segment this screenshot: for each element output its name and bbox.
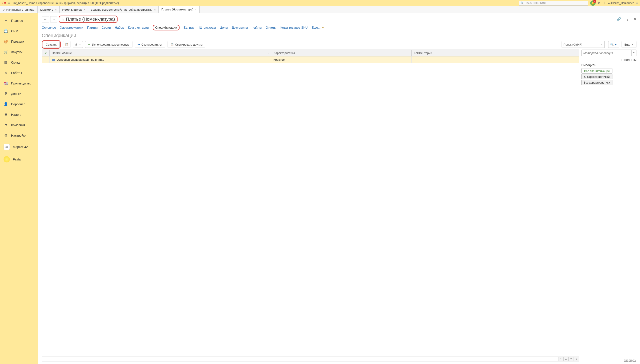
table-row[interactable]: Основная спецификация на платье Красное bbox=[42, 56, 579, 63]
subnav-more[interactable]: Еще... ▼ bbox=[312, 26, 324, 29]
app-title: unf_base2_Demo / Управление нашей фирмой… bbox=[12, 1, 119, 5]
copy-button[interactable]: 📋 bbox=[63, 41, 70, 48]
link-icon[interactable]: 🔗 bbox=[617, 17, 621, 21]
search-go-button[interactable]: 🔍▼ bbox=[608, 41, 619, 48]
sidebar-item-settings[interactable]: ⚙Настройки bbox=[0, 130, 38, 141]
section-title: Спецификации bbox=[42, 33, 636, 38]
tools-icon: ✕ bbox=[4, 71, 8, 75]
sales-icon: 🧺 bbox=[4, 39, 8, 44]
create-button[interactable]: Создать bbox=[43, 41, 60, 48]
close-icon[interactable]: × bbox=[55, 8, 57, 11]
use-as-main-button[interactable]: ✔Использовать как основную bbox=[85, 41, 132, 48]
money-icon: ₽ bbox=[4, 92, 8, 96]
sidebar-item-market42[interactable]: 42Маркет 42 bbox=[0, 141, 38, 153]
more-button[interactable]: Еще▼ bbox=[622, 41, 636, 48]
sidebar-item-taxes[interactable]: ✹Налоги bbox=[0, 109, 38, 120]
cart-icon: 🛒 bbox=[4, 50, 8, 54]
filter-without-char-button[interactable]: Без характеристики bbox=[581, 80, 612, 85]
filters-link[interactable]: + фильтры bbox=[581, 58, 636, 62]
subnav-specs-highlight: Спецификации bbox=[153, 25, 180, 30]
tab-market42[interactable]: Маркет42 × bbox=[38, 6, 60, 13]
filter-with-char-button[interactable]: С характеристикой bbox=[581, 74, 612, 79]
scroll-down-button[interactable]: ▼ bbox=[568, 357, 574, 361]
subnav-prices[interactable]: Цены bbox=[220, 26, 228, 29]
sidebar-item-main[interactable]: ≡Главное bbox=[0, 16, 38, 26]
tab-home[interactable]: ⌂ Начальная страница bbox=[0, 6, 38, 13]
scroll-up-button[interactable]: ▲ bbox=[563, 357, 569, 361]
sidebar-item-purchases[interactable]: 🛒Закупки bbox=[0, 47, 38, 57]
sidebar-item-money[interactable]: ₽Деньги bbox=[0, 88, 38, 99]
subnav-kits[interactable]: Комплектации bbox=[128, 26, 149, 29]
subnav-series[interactable]: Серии bbox=[102, 26, 111, 29]
subnav-reports[interactable]: Отчеты bbox=[266, 26, 276, 29]
subnav-specifications[interactable]: Спецификации bbox=[155, 26, 177, 29]
tab-dress[interactable]: Платье (Номенклатура) × bbox=[159, 6, 200, 13]
notifications-icon[interactable]: 🔔1 bbox=[590, 0, 596, 6]
sidebar-item-personnel[interactable]: 👤Персонал bbox=[0, 99, 38, 109]
close-icon[interactable]: × bbox=[195, 8, 197, 11]
sidebar-item-production[interactable]: 🏭Производство bbox=[0, 78, 38, 88]
search-clear-button[interactable]: × bbox=[599, 41, 605, 48]
hamburger-icon[interactable]: ≡ bbox=[8, 1, 10, 5]
copy-to-button[interactable]: 📋Скопировать другим bbox=[168, 41, 205, 48]
sidebar-item-fasta[interactable]: Fasta bbox=[0, 153, 38, 166]
tabs-bar: ⌂ Начальная страница Маркет42 × Номенкла… bbox=[0, 6, 640, 13]
col-characteristic[interactable]: Характеристика bbox=[271, 50, 412, 56]
print-button[interactable]: 🖨▼ bbox=[73, 41, 83, 48]
star-icon[interactable]: ☆ bbox=[61, 17, 65, 22]
create-highlight: Создать bbox=[42, 40, 61, 49]
logo-1c: 1¢ bbox=[2, 1, 6, 5]
right-panel: ▼ + фильтры Выводить: Все спецификации С… bbox=[581, 50, 636, 362]
close-icon[interactable]: ✕ bbox=[634, 17, 636, 21]
nav-forward-button[interactable]: → bbox=[50, 16, 57, 22]
subnav-batches[interactable]: Партии bbox=[87, 26, 98, 29]
col-name[interactable]: Наименование↓ bbox=[50, 50, 271, 56]
sidebar-item-works[interactable]: ✕Работы bbox=[0, 68, 38, 78]
subnav-sku[interactable]: Коды товаров SKU bbox=[280, 26, 308, 29]
kebab-icon[interactable]: ⋮ bbox=[626, 17, 629, 21]
tab-nomenclature[interactable]: Номенклатура × bbox=[60, 6, 88, 13]
subnav-documents[interactable]: Документы bbox=[232, 26, 248, 29]
material-dropdown-button[interactable]: ▼ bbox=[632, 50, 636, 56]
table-footer: ⤒ ▲ ▼ ⤓ bbox=[42, 356, 579, 362]
favorite-icon[interactable]: ☆ bbox=[603, 1, 606, 5]
page-title: Платье (Номенклатура) bbox=[66, 17, 115, 22]
subnav-barcodes[interactable]: Штрихкоды bbox=[199, 26, 216, 29]
close-icon[interactable]: × bbox=[154, 8, 156, 11]
sidebar-item-warehouse[interactable]: ▦Склад bbox=[0, 57, 38, 68]
sidebar-item-company[interactable]: ⚑Компания bbox=[0, 120, 38, 130]
subnav-main[interactable]: Основное bbox=[42, 26, 56, 29]
subnav-files[interactable]: Файлы bbox=[252, 26, 262, 29]
table-search-input[interactable] bbox=[562, 41, 599, 48]
window-menu-icon[interactable]: ≡ bbox=[636, 1, 638, 5]
home-icon: ⌂ bbox=[3, 8, 5, 12]
col-comment[interactable]: Комментарий bbox=[412, 50, 579, 56]
collapse-link[interactable]: свернуть bbox=[624, 358, 636, 362]
col-check[interactable]: ✔ bbox=[42, 50, 50, 56]
output-label: Выводить: bbox=[581, 63, 636, 67]
copy-from-button[interactable]: ➙Скопировать от bbox=[135, 41, 165, 48]
subnav-characteristics[interactable]: Характеристики bbox=[60, 26, 83, 29]
subnav-units[interactable]: Ед. изм. bbox=[184, 26, 195, 29]
crm-icon: 📇 bbox=[4, 29, 8, 33]
tab-more-options[interactable]: Больше возможностей: настройка программы… bbox=[88, 6, 159, 13]
row-icon bbox=[52, 59, 55, 61]
close-icon[interactable]: × bbox=[84, 8, 85, 11]
topbar: 1¢ ≡ unf_base2_Demo / Управление нашей ф… bbox=[0, 0, 640, 6]
global-search-input[interactable]: Поиск Ctrl+Shift+F bbox=[519, 1, 588, 6]
menu-icon: ≡ bbox=[4, 19, 8, 23]
taxes-icon: ✹ bbox=[4, 112, 8, 117]
factory-icon: 🏭 bbox=[4, 81, 8, 85]
filter-all-button[interactable]: Все спецификации bbox=[581, 68, 612, 74]
subnav-set[interactable]: Набор bbox=[115, 26, 124, 29]
scroll-top-button[interactable]: ⤒ bbox=[558, 357, 564, 361]
username: 42Clouds_DemoUser bbox=[608, 2, 634, 5]
sidebar-item-sales[interactable]: 🧺Продажи bbox=[0, 36, 38, 47]
sidebar-item-crm[interactable]: 📇CRM bbox=[0, 26, 38, 36]
nav-back-button[interactable]: ← bbox=[42, 16, 49, 22]
history-icon[interactable]: ↺ bbox=[598, 1, 601, 5]
people-icon: 👤 bbox=[4, 102, 8, 106]
sidebar: ≡Главное 📇CRM 🧺Продажи 🛒Закупки ▦Склад ✕… bbox=[0, 13, 38, 364]
material-input[interactable] bbox=[581, 50, 632, 56]
scroll-bottom-button[interactable]: ⤓ bbox=[574, 357, 579, 361]
